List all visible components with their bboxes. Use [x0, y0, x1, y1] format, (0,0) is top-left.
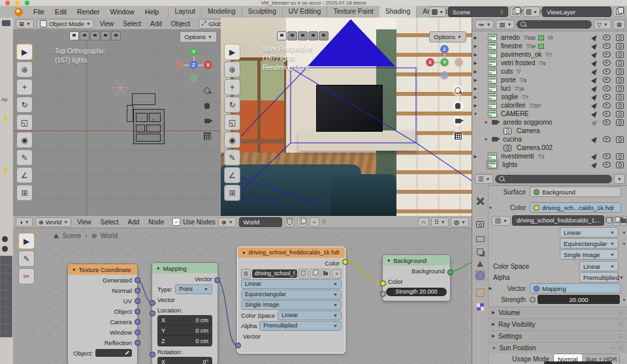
mapping-type-dropdown[interactable]: Point▼	[175, 284, 212, 294]
socket-rotation-in[interactable]	[150, 352, 155, 357]
new-collection-button[interactable]: ⊞	[613, 20, 625, 29]
outliner-row-lights[interactable]: lights	[472, 160, 627, 169]
rotate-tool[interactable]: ↻	[16, 97, 33, 113]
color-value-button[interactable]: driving_sch...caldo_1k.hdr	[530, 202, 621, 213]
alpha-dropdown[interactable]: Premultiplied▼	[579, 272, 619, 282]
socket-vector-in[interactable]	[235, 342, 241, 348]
tab-view-layer[interactable]	[475, 247, 485, 257]
options-dropdown[interactable]: Options▼	[180, 31, 217, 42]
add-primitive-tool[interactable]: ⊞	[224, 185, 240, 201]
image-browse-button[interactable]	[241, 269, 251, 279]
sun-position-field[interactable]	[544, 361, 612, 364]
surface-value-button[interactable]: Background	[530, 187, 621, 197]
render-visibility-icon[interactable]	[616, 119, 624, 126]
scale-tool[interactable]: ◱	[16, 114, 33, 130]
pan-hand-icon[interactable]	[453, 100, 463, 111]
zoom-icon[interactable]	[453, 85, 463, 96]
camera-view-icon[interactable]	[202, 115, 212, 126]
select-mode-buttons[interactable]	[69, 31, 121, 40]
socket-color-in[interactable]	[380, 281, 386, 286]
socket-camera-out[interactable]	[135, 319, 140, 325]
eyedropper-icon[interactable]	[125, 351, 129, 355]
navigation-gizmo[interactable]: Y Z X	[175, 46, 213, 84]
fake-user-button[interactable]	[605, 216, 613, 226]
socket-object-out[interactable]	[135, 309, 140, 314]
socket-reflection-out[interactable]	[135, 340, 140, 346]
tab-texture-paint[interactable]: Texture Paint	[327, 6, 379, 18]
projection-dropdown[interactable]: Equirectangular▼	[560, 238, 619, 249]
projection-dropdown[interactable]: Equirectangular▼	[241, 290, 342, 299]
snapping-toggle[interactable]: ∩	[418, 217, 429, 227]
hide-icon[interactable]	[603, 94, 611, 100]
color-space-dropdown[interactable]: Linear▼	[278, 311, 342, 320]
viewlayer-name-field[interactable]: ViewLayer	[542, 7, 611, 17]
world-browse-button[interactable]: ⊕▼	[218, 217, 236, 227]
render-visibility-icon[interactable]	[616, 136, 624, 143]
animate-dot[interactable]	[623, 232, 625, 234]
socket-generated-out[interactable]	[135, 277, 140, 283]
socket-normal-out[interactable]	[135, 288, 140, 294]
outliner-row-arredo-soggiorno[interactable]: ▼ arredo soggiorno	[472, 118, 627, 127]
new-scene-button[interactable]	[510, 7, 521, 17]
select-box-tool[interactable]: ▶	[18, 233, 35, 249]
mode-dropdown[interactable]: Object Mode▼	[37, 19, 94, 29]
world-name-field[interactable]: World	[239, 217, 282, 227]
panel-ray-visibility[interactable]: ▶Ray Visibility☰	[488, 318, 627, 329]
render-visibility-icon[interactable]	[616, 43, 624, 50]
hide-icon[interactable]	[603, 162, 611, 168]
socket-uv-out[interactable]	[135, 298, 140, 304]
scene-browse-button[interactable]: ▼	[429, 7, 446, 17]
socket-vector-in[interactable]	[150, 300, 155, 306]
socket-location-in[interactable]	[150, 311, 155, 316]
unlink-world-button[interactable]: ×	[310, 217, 319, 227]
image-browse-button[interactable]: ▼	[492, 216, 511, 226]
cursor-tool[interactable]: ⊕	[224, 61, 240, 78]
selectable-icon[interactable]	[591, 67, 599, 75]
shader-type-dropdown[interactable]: ⊕ World▼	[35, 217, 72, 227]
tab-layout[interactable]: Layout	[168, 6, 201, 18]
gizmo-y-neg[interactable]	[189, 74, 198, 82]
node-texture-coordinate[interactable]: ▼Texture Coordinate Generated Normal UV …	[67, 264, 138, 364]
image-name-field[interactable]: driving_school_freddocaldo_1...	[512, 215, 604, 226]
copy-image-button[interactable]	[613, 216, 620, 226]
shader-editor[interactable]: ◑▼ ⊕ World▼ View Select Add Node ✓ Use N…	[13, 216, 472, 364]
measure-tool[interactable]: ∠	[16, 167, 33, 183]
tab-shading[interactable]: Shading	[379, 6, 417, 18]
source-dropdown[interactable]: Single Image▼	[241, 300, 342, 310]
hide-icon[interactable]	[603, 43, 611, 49]
outliner-row-camera[interactable]: Camera	[472, 127, 627, 135]
selectable-icon[interactable]	[591, 160, 599, 168]
move-tool[interactable]: +	[16, 79, 33, 95]
render-visibility-icon[interactable]	[616, 102, 624, 109]
outliner-row-finestre[interactable]: ▶ finestre ▽39	[472, 42, 627, 50]
selectable-icon[interactable]	[591, 33, 599, 41]
selectable-icon[interactable]	[591, 152, 599, 160]
select-mode-buttons[interactable]	[277, 31, 329, 40]
gizmo-z-axis[interactable]: Z	[440, 45, 449, 53]
display-mode-dropdown[interactable]: ≔▼	[475, 20, 494, 29]
open-image-button[interactable]	[321, 269, 330, 279]
viewlayer-browse-button[interactable]: ▼	[523, 7, 540, 17]
annotate-tool[interactable]: ✎	[224, 149, 240, 166]
tab-sculpting[interactable]: Sculpting	[242, 6, 282, 18]
node-menu[interactable]: Node	[145, 219, 167, 226]
outliner-row-luci[interactable]: ▶ luci ▽18	[472, 84, 627, 93]
render-visibility-icon[interactable]	[616, 162, 624, 168]
outliner-row-cucina[interactable]: ▼ cucina	[472, 135, 627, 144]
tab-world[interactable]	[475, 270, 485, 281]
node-environment-texture[interactable]: ▼driving_school_freddocaldo_1k.hdr Color…	[237, 247, 346, 354]
socket-window-out[interactable]	[135, 329, 140, 335]
properties-options-dropdown[interactable]: ▼	[614, 174, 625, 184]
outliner-row-rivestimenti[interactable]: ▶ rivestimenti ▽2	[472, 152, 627, 160]
socket-vector-out[interactable]	[214, 277, 220, 283]
menu-edit[interactable]: Edit	[50, 8, 72, 16]
animate-dot[interactable]	[623, 299, 625, 301]
socket-background-out[interactable]	[447, 269, 453, 275]
render-visibility-icon[interactable]	[616, 94, 624, 100]
hide-icon[interactable]	[603, 136, 611, 142]
viewport-top-orthographic[interactable]: ⊞▼ Object Mode▼ View Select Add Object ⤢…	[13, 18, 221, 216]
color-space-dropdown[interactable]: Linear▼	[579, 261, 619, 271]
node-mapping[interactable]: ▼Mapping Vector Type: Point▼ Vector Loca…	[152, 262, 218, 364]
outliner-row-camere[interactable]: ▼ CAMERE	[472, 110, 627, 118]
panel-settings[interactable]: ▶Settings☰	[488, 330, 627, 341]
